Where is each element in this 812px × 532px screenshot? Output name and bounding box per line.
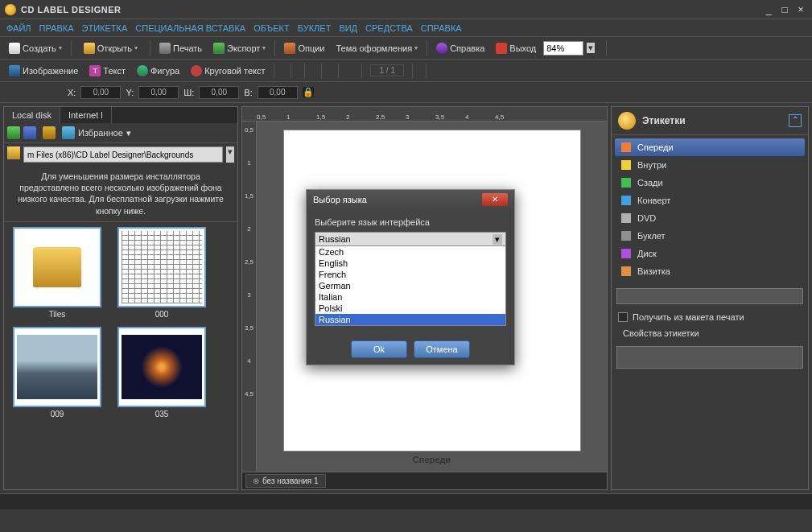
x-label: X: <box>68 88 76 97</box>
menu-view[interactable]: ВИД <box>339 23 357 33</box>
titlebar: CD LABEL DESIGNER _ □ × <box>0 0 812 19</box>
exit-icon <box>496 43 507 54</box>
menu-edit[interactable]: ПРАВКА <box>39 23 74 33</box>
lang-option[interactable]: Czech <box>315 246 505 258</box>
image-button[interactable]: Изображение <box>5 64 82 78</box>
document-tabs: ⊗без названия 1 <box>242 472 607 489</box>
fav-icon[interactable] <box>62 126 75 139</box>
checkbox-icon <box>618 312 628 322</box>
menu-special-insert[interactable]: СПЕЦИАЛЬНАЯ ВСТАВКА <box>135 23 245 33</box>
circtext-icon <box>191 65 202 76</box>
menu-tools[interactable]: СРЕДСТВА <box>365 23 413 33</box>
print-button[interactable]: Печать <box>155 41 206 56</box>
doc-tab-1[interactable]: ⊗без названия 1 <box>245 474 326 488</box>
toolbar-main: Создать▾ Открыть▾ Печать Экспорт▾ Опции … <box>0 37 812 60</box>
export-icon <box>213 43 225 54</box>
app-icon <box>5 4 16 15</box>
dialog-close-button[interactable]: ✕ <box>482 193 508 206</box>
page-label: Спереди <box>283 455 581 464</box>
menu-label[interactable]: ЭТИКЕТКА <box>82 23 128 33</box>
label-item-1[interactable]: Внутри <box>615 156 805 174</box>
dialog-prompt: Выберите язык интерфейса <box>315 217 506 227</box>
collapse-button[interactable]: ⌃ <box>789 114 802 127</box>
theme-button[interactable]: Тема оформления▾ <box>332 42 422 55</box>
thumb-009[interactable]: 009 <box>9 327 105 419</box>
dialog-title: Выбор языка <box>313 195 367 204</box>
color-swatch <box>621 142 631 152</box>
cancel-button[interactable]: Отмена <box>414 340 470 358</box>
menubar: ФАЙЛ ПРАВКА ЭТИКЕТКА СПЕЦИАЛЬНАЯ ВСТАВКА… <box>0 19 812 37</box>
label-item-4[interactable]: DVD <box>615 209 805 227</box>
props-combo[interactable] <box>616 346 803 369</box>
help-icon <box>436 43 447 54</box>
y-input[interactable] <box>138 86 179 99</box>
open-button[interactable]: Открыть▾ <box>80 41 142 56</box>
thumb-tiles[interactable]: Tiles <box>9 227 105 319</box>
minimize-button[interactable]: _ <box>762 4 775 15</box>
lang-option[interactable]: French <box>315 269 505 280</box>
label-item-7[interactable]: Визитка <box>615 262 805 280</box>
lang-option[interactable]: German <box>315 280 505 291</box>
lang-option[interactable]: Polski <box>315 303 505 314</box>
app-title: CD LABEL DESIGNER <box>21 5 759 14</box>
path-input[interactable] <box>23 146 223 163</box>
fav-label[interactable]: Избранное <box>78 128 123 138</box>
info-text: Для уменьшения размера инсталлятора пред… <box>4 166 237 221</box>
back-icon[interactable] <box>7 126 20 139</box>
lang-option[interactable]: Russian <box>315 314 505 325</box>
menu-help[interactable]: СПРАВКА <box>421 23 462 33</box>
maximize-button[interactable]: □ <box>778 4 791 15</box>
circtext-button[interactable]: Круговой текст <box>187 64 269 78</box>
w-input[interactable] <box>199 86 239 99</box>
w-label: Ш: <box>183 88 194 97</box>
tab-local-disk[interactable]: Local disk <box>4 107 60 123</box>
path-dropdown[interactable]: ▾ <box>226 146 234 163</box>
forward-icon[interactable] <box>23 126 36 139</box>
create-button[interactable]: Создать▾ <box>5 41 66 56</box>
get-from-print-check[interactable]: Получить из макета печати <box>612 309 808 325</box>
export-button[interactable]: Экспорт▾ <box>209 41 270 56</box>
statusbar <box>0 493 812 509</box>
language-select[interactable]: Russian▾ <box>315 232 506 246</box>
x-input[interactable] <box>80 86 121 99</box>
label-item-0[interactable]: Спереди <box>615 138 805 156</box>
lock-icon[interactable]: 🔒 <box>303 87 314 97</box>
help-button[interactable]: Справка <box>432 41 488 56</box>
label-combo[interactable] <box>616 288 803 304</box>
label-item-6[interactable]: Диск <box>615 245 805 262</box>
toolbar-insert: Изображение TТекст Фигура Круговой текст… <box>0 60 812 82</box>
label-properties[interactable]: Свойства этикетки <box>612 325 808 341</box>
menu-booklet[interactable]: БУКЛЕТ <box>298 23 332 33</box>
zoom-dropdown[interactable]: ▾ <box>587 43 595 53</box>
label-item-2[interactable]: Сзади <box>615 174 805 192</box>
ok-button[interactable]: Ok <box>351 340 407 358</box>
thumb-000[interactable]: 000 <box>113 227 210 319</box>
language-list: CzechEnglishFrenchGermanItalianPolskiRus… <box>315 246 506 326</box>
h-input[interactable] <box>258 86 298 99</box>
close-tab-icon[interactable]: ⊗ <box>253 476 259 485</box>
lang-option[interactable]: English <box>315 258 505 269</box>
tab-internet[interactable]: Internet l <box>60 107 112 123</box>
text-icon: T <box>89 65 101 76</box>
label-item-5[interactable]: Буклет <box>615 227 805 245</box>
zoom-input[interactable] <box>543 41 583 56</box>
thumb-035[interactable]: 035 <box>113 327 210 419</box>
gear-icon <box>284 43 295 54</box>
refresh-icon[interactable] <box>43 126 56 139</box>
left-panel: Local disk Internet l Избранное ▾ ▾ Для … <box>3 106 238 490</box>
labels-title: Этикетки <box>642 115 686 126</box>
options-button[interactable]: Опции <box>280 41 328 56</box>
language-dialog: Выбор языка ✕ Выберите язык интерфейса R… <box>306 189 515 365</box>
exit-button[interactable]: Выход <box>492 41 540 56</box>
ruler-horizontal: 0,511,5 22,53 3,544,5 <box>242 107 607 122</box>
shape-icon <box>137 65 148 76</box>
image-icon <box>9 65 20 76</box>
close-button[interactable]: × <box>794 4 807 15</box>
menu-object[interactable]: ОБЪЕКТ <box>253 23 290 33</box>
text-button[interactable]: TТекст <box>85 64 130 78</box>
lang-option[interactable]: Italian <box>315 291 505 303</box>
shape-button[interactable]: Фигура <box>133 64 183 78</box>
color-swatch <box>621 213 631 223</box>
label-item-3[interactable]: Конверт <box>615 192 805 209</box>
menu-file[interactable]: ФАЙЛ <box>6 23 31 33</box>
